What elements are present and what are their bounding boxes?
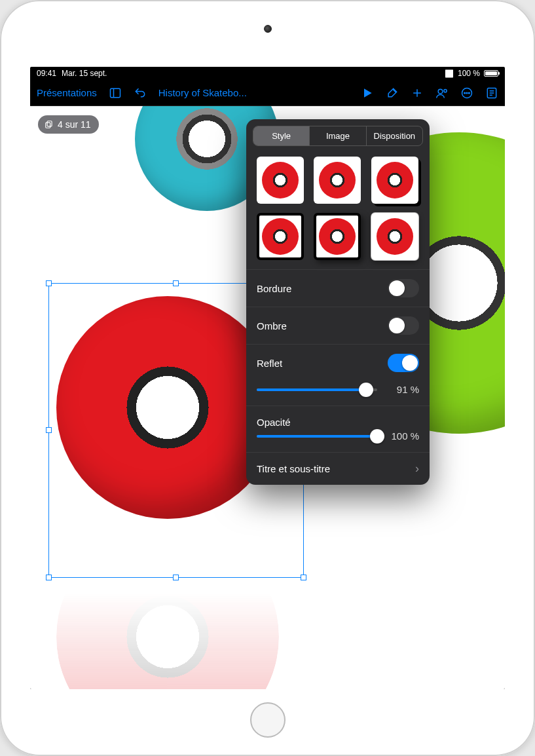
more-button[interactable] [460, 86, 473, 100]
opacity-slider[interactable] [257, 435, 377, 438]
battery-percent: 100 % [458, 69, 480, 78]
opacity-label-row: Opacité [246, 406, 430, 428]
home-button[interactable] [250, 702, 286, 738]
reflection-slider-row: 91 % [246, 381, 430, 406]
status-bar: 09:41 Mar. 15 sept. 100 % [30, 67, 505, 80]
shadow-label: Ombre [257, 320, 287, 331]
battery-icon [484, 70, 498, 77]
status-date: Mar. 15 sept. [62, 69, 107, 78]
resize-handle-top-left[interactable] [46, 280, 52, 286]
border-row[interactable]: Bordure [246, 269, 430, 307]
opacity-slider-row: 100 % [246, 428, 430, 452]
resize-handle-bottom-left[interactable] [46, 575, 52, 580]
resize-handle-mid-left[interactable] [46, 427, 52, 433]
style-preset-4[interactable] [257, 213, 304, 260]
resize-handle-bottom-mid[interactable] [173, 575, 179, 580]
border-toggle[interactable] [388, 279, 419, 297]
collaborate-button[interactable] [435, 86, 449, 100]
reflection-slider[interactable] [257, 388, 377, 391]
back-button[interactable]: Présentations [37, 87, 97, 98]
document-title[interactable]: History of Skatebo... [158, 87, 247, 98]
reflection-label: Reflet [257, 358, 282, 369]
tab-image[interactable]: Image [310, 126, 366, 145]
resize-handle-top-mid[interactable] [173, 280, 179, 286]
presenter-notes-button[interactable] [485, 86, 498, 100]
status-time: 09:41 [37, 69, 56, 78]
resize-handle-bottom-right[interactable] [301, 575, 306, 580]
app-toolbar: Présentations History of Skatebo... [30, 80, 505, 106]
format-brush-button[interactable] [386, 86, 399, 100]
svg-rect-15 [47, 121, 52, 126]
svg-point-6 [444, 89, 447, 92]
reflection-value: 91 % [385, 384, 419, 395]
svg-point-9 [466, 92, 468, 94]
svg-point-10 [469, 92, 470, 94]
reflection-toggle[interactable] [388, 354, 419, 372]
screen: 09:41 Mar. 15 sept. 100 % Présentations … [30, 67, 505, 689]
style-preset-3[interactable] [371, 157, 418, 204]
svg-marker-2 [364, 88, 372, 97]
style-preset-1[interactable] [257, 157, 304, 204]
play-button[interactable] [361, 86, 374, 100]
format-popover: Style Image Disposition Bordure [246, 119, 430, 485]
title-subtitle-row[interactable]: Titre et sous-titre › [246, 452, 430, 485]
sidebar-toggle-button[interactable] [109, 86, 122, 100]
ipad-frame: 09:41 Mar. 15 sept. 100 % Présentations … [0, 0, 535, 756]
add-button[interactable] [411, 86, 424, 100]
slide-indicator[interactable]: 4 sur 11 [38, 115, 99, 134]
undo-button[interactable] [134, 86, 147, 100]
wifi-icon [445, 69, 454, 78]
svg-point-5 [438, 89, 443, 94]
slides-icon [45, 120, 54, 129]
shadow-toggle[interactable] [388, 316, 419, 335]
reflection-row[interactable]: Reflet [246, 344, 430, 381]
svg-point-8 [464, 92, 466, 94]
tab-style[interactable]: Style [253, 126, 310, 145]
opacity-label: Opacité [257, 417, 291, 428]
chevron-right-icon: › [415, 462, 419, 476]
title-subtitle-label: Titre et sous-titre [257, 463, 330, 474]
style-presets-grid [246, 153, 430, 269]
svg-rect-0 [110, 88, 120, 97]
style-preset-5[interactable] [314, 213, 361, 260]
tab-layout[interactable]: Disposition [367, 126, 422, 145]
svg-rect-16 [46, 123, 50, 128]
opacity-value: 100 % [385, 430, 419, 442]
style-preset-6[interactable] [371, 213, 418, 260]
slide-canvas[interactable]: 4 sur 11 Style Image Di [30, 106, 505, 689]
border-label: Bordure [257, 283, 291, 294]
style-preset-2[interactable] [314, 157, 361, 204]
format-tabs: Style Image Disposition [253, 126, 423, 146]
shadow-row[interactable]: Ombre [246, 307, 430, 344]
slide-indicator-text: 4 sur 11 [58, 119, 91, 130]
camera-dot [264, 25, 272, 33]
